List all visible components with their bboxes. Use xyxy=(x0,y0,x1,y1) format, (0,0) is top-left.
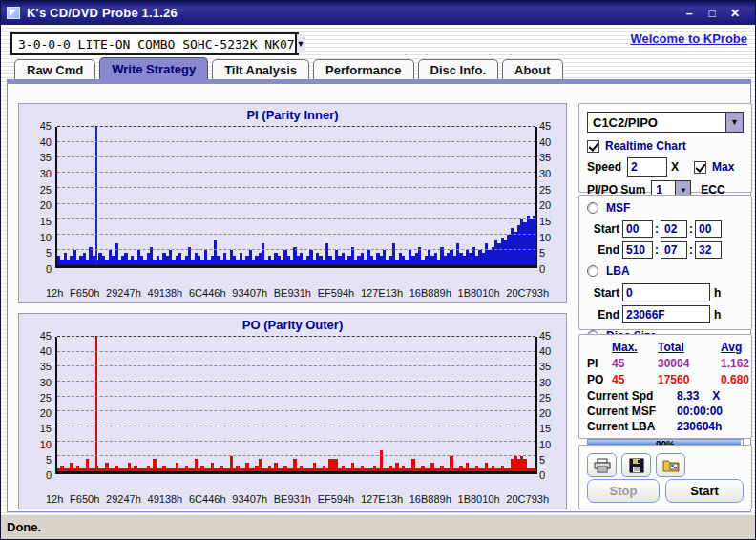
stats-pi-label: PI xyxy=(587,357,612,370)
lba-radio[interactable] xyxy=(587,265,598,277)
po-yaxis-right: 454035302520151050 xyxy=(539,330,562,481)
max-speed-checkbox[interactable] xyxy=(694,161,706,174)
max-speed-label: Max xyxy=(712,160,734,174)
range-group: MSF Start 00 : 02 : 00 End 510 : 07 : 32 xyxy=(578,195,752,330)
tab-bar: Raw Cmd Write Strategy Tilt Analysis Per… xyxy=(14,59,563,79)
pi-plot-area xyxy=(55,127,537,268)
lba-label: LBA xyxy=(606,264,630,278)
speed-label: Speed xyxy=(587,160,621,174)
msf-end-min-field[interactable]: 510 xyxy=(622,241,653,259)
stats-po-label: PO xyxy=(587,373,612,386)
po-bars xyxy=(57,337,536,471)
msf-start-min-field[interactable]: 00 xyxy=(622,220,653,238)
current-msf-label: Current MSF xyxy=(587,405,677,418)
tab-write-strategy[interactable]: Write Strategy xyxy=(99,57,208,79)
app-icon xyxy=(7,7,20,19)
status-bar: Done. xyxy=(1,514,755,539)
minimize-button[interactable]: – xyxy=(682,7,696,20)
stats-header-max: Max. xyxy=(612,341,658,354)
separator: : xyxy=(689,243,693,257)
msf-end-label: End xyxy=(587,243,620,257)
save-button[interactable] xyxy=(621,453,651,477)
msf-end-sec-field[interactable]: 07 xyxy=(661,241,687,259)
po-yaxis-left: 454035302520151050 xyxy=(23,330,52,481)
tab-about[interactable]: About xyxy=(502,59,563,79)
stats-po-total: 17560 xyxy=(658,373,713,386)
current-spd-unit: X xyxy=(712,389,720,403)
tab-performance[interactable]: Performance xyxy=(313,59,413,79)
msf-label: MSF xyxy=(606,201,630,215)
actions-group: Stop Start xyxy=(578,445,752,509)
stats-header-total: Total xyxy=(658,341,713,354)
po-plot-area xyxy=(55,337,537,474)
lba-end-suffix: h xyxy=(714,308,721,322)
tab-disc-info[interactable]: Disc Info. xyxy=(418,59,499,79)
realtime-chart-checkbox[interactable] xyxy=(587,140,599,153)
pi-chart: PI (Parity Inner) 454035302520151050 454… xyxy=(18,103,567,303)
picture-folder-icon xyxy=(662,458,680,472)
status-text: Done. xyxy=(7,520,41,534)
separator: : xyxy=(655,222,659,236)
lba-start-suffix: h xyxy=(714,286,721,300)
stats-po-max: 45 xyxy=(612,373,658,386)
printer-icon xyxy=(593,458,612,473)
stats-pi-total: 30004 xyxy=(658,357,713,370)
pi-chart-title: PI (Parity Inner) xyxy=(19,108,566,122)
welcome-link[interactable]: Welcome to KProbe xyxy=(630,31,747,46)
tab-raw-cmd[interactable]: Raw Cmd xyxy=(14,59,95,79)
tab-tilt-analysis[interactable]: Tilt Analysis xyxy=(212,59,309,79)
lba-start-label: Start xyxy=(587,286,620,300)
chevron-down-icon[interactable]: ▼ xyxy=(295,34,305,53)
mode-select[interactable]: C1C2/PIPO ▼ xyxy=(587,112,744,133)
separator: : xyxy=(689,222,693,236)
msf-start-sec-field[interactable]: 02 xyxy=(661,220,687,238)
title-bar: K's CD/DVD Probe 1.1.26 – □ ✕ xyxy=(1,1,755,25)
po-chart-title: PO (Parity Outer) xyxy=(19,318,566,332)
separator: : xyxy=(655,243,659,257)
scan-settings-group: C1C2/PIPO ▼ Realtime Chart Speed 2 X Max… xyxy=(578,103,752,193)
window-title: K's CD/DVD Probe 1.1.26 xyxy=(27,6,682,20)
stats-table: Max. Total Avg PI 45 30004 1.162 PO 45 1… xyxy=(579,335,751,386)
lba-start-field[interactable]: 0 xyxy=(622,283,710,301)
chevron-down-icon[interactable]: ▼ xyxy=(725,113,743,132)
current-lba-value: 230604h xyxy=(677,420,722,433)
floppy-disk-icon xyxy=(629,458,644,473)
stats-po-avg: 0.680 xyxy=(713,373,749,386)
stats-pi-max: 45 xyxy=(612,357,658,370)
msf-radio[interactable] xyxy=(587,202,598,214)
realtime-chart-label: Realtime Chart xyxy=(605,139,686,153)
print-button[interactable] xyxy=(587,453,617,477)
pi-bars xyxy=(57,127,536,265)
current-msf-value: 00:00:00 xyxy=(677,405,723,418)
speed-field[interactable]: 2 xyxy=(627,157,667,177)
save-image-button[interactable] xyxy=(656,453,685,477)
po-chart: PO (Parity Outer) 454035302520151050 454… xyxy=(18,313,567,509)
drive-select-value: 3-0-0-0 LITE-ON COMBO SOHC-5232K NK07 xyxy=(12,37,295,52)
current-spd-label: Current Spd xyxy=(587,389,677,403)
po-position-marker xyxy=(95,337,97,471)
msf-start-label: Start xyxy=(587,222,620,236)
maximize-button[interactable]: □ xyxy=(705,7,719,20)
close-button[interactable]: ✕ xyxy=(728,7,742,20)
msf-end-frame-field[interactable]: 32 xyxy=(695,241,722,259)
stats-header-avg: Avg xyxy=(713,341,749,354)
app-window: K's CD/DVD Probe 1.1.26 – □ ✕ 3-0-0-0 LI… xyxy=(0,0,756,540)
content-panel: PI (Parity Inner) 454035302520151050 454… xyxy=(7,79,751,512)
start-button[interactable]: Start xyxy=(665,479,744,503)
window-controls: – □ ✕ xyxy=(682,7,742,20)
speed-unit-label: X xyxy=(671,160,679,174)
current-lba-label: Current LBA xyxy=(587,420,677,433)
mode-select-value: C1C2/PIPO xyxy=(588,115,725,130)
lba-end-field[interactable]: 23066F xyxy=(622,305,710,323)
pi-position-marker xyxy=(95,127,97,265)
lba-end-label: End xyxy=(587,308,620,322)
po-xaxis: 12hF650h29247h49138h6C446h93407hBE931hEF… xyxy=(46,493,549,505)
pi-yaxis-right: 454035302520151050 xyxy=(539,120,562,275)
stats-group: Max. Total Avg PI 45 30004 1.162 PO 45 1… xyxy=(578,334,752,439)
drive-select[interactable]: 3-0-0-0 LITE-ON COMBO SOHC-5232K NK07 ▼ xyxy=(10,32,299,55)
window-body: 3-0-0-0 LITE-ON COMBO SOHC-5232K NK07 ▼ … xyxy=(1,25,755,514)
pi-yaxis-left: 454035302520151050 xyxy=(23,120,52,275)
stop-button[interactable]: Stop xyxy=(587,479,660,503)
msf-start-frame-field[interactable]: 00 xyxy=(695,220,722,238)
stats-pi-avg: 1.162 xyxy=(713,357,749,370)
